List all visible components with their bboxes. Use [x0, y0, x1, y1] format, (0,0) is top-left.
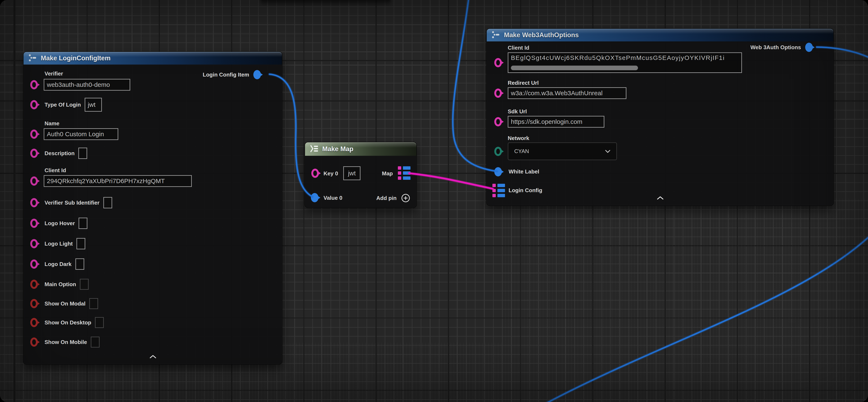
field-row-main-option: Main Option — [24, 279, 282, 290]
input-pin-redirect-url[interactable] — [494, 88, 502, 98]
field-label-logo-dark: Logo Dark — [44, 261, 72, 267]
field-label-login-config: Login Config — [508, 187, 542, 194]
field-label-sdk-url: Sdk Url — [508, 108, 527, 115]
horizontal-scrollbar[interactable] — [511, 66, 638, 70]
value-0-label: Value 0 — [323, 195, 342, 201]
field-row-description: Description — [24, 148, 282, 159]
output-pin-login-config-item[interactable] — [253, 70, 261, 79]
offscreen-node-shadow — [260, 0, 391, 6]
chevron-down-icon — [605, 149, 611, 153]
text-input-logo-dark[interactable] — [75, 258, 84, 270]
text-input-logo-light[interactable] — [76, 238, 85, 249]
field-label-description: Description — [44, 150, 74, 156]
collapse-node-button[interactable] — [657, 196, 663, 201]
node-make-web3auth-options[interactable]: Make Web3AuthOptions Web 3Auth Options C… — [486, 28, 834, 206]
input-pin-verifier[interactable] — [30, 80, 38, 89]
field-row-show-on-desktop: Show On Desktop — [24, 317, 282, 328]
input-pin-key-0[interactable] — [311, 169, 319, 178]
field-row-logo-light: Logo Light — [24, 238, 282, 249]
output-login-config-item: Login Config Item — [203, 69, 261, 80]
field-label-show-on-modal: Show On Modal — [44, 300, 86, 307]
output-pin-label: Web 3Auth Options — [750, 44, 801, 51]
input-pin-client-id[interactable] — [30, 176, 38, 185]
collapse-node-button[interactable] — [150, 355, 156, 359]
field-row-verifier-sub-identifier: Verifier Sub Identifier — [24, 197, 282, 208]
text-input-name[interactable]: Auth0 Custom Login — [44, 128, 118, 140]
field-label-show-on-desktop: Show On Desktop — [44, 319, 91, 326]
text-input-description[interactable] — [79, 148, 87, 159]
dropdown-value: CYAN — [514, 148, 529, 154]
node-header[interactable]: Make Map — [305, 142, 416, 156]
add-pin-plus-icon — [401, 193, 410, 203]
node-title: Make LoginConfigItem — [41, 54, 111, 62]
field-label-redirect-url: Redirect Url — [508, 80, 538, 86]
text-input-logo-hover[interactable] — [79, 218, 87, 229]
field-label-white-label: White Label — [508, 168, 539, 175]
output-pin-label: Login Config Item — [203, 71, 249, 78]
input-pin-network[interactable] — [494, 147, 502, 156]
input-pin-value-0[interactable] — [311, 193, 318, 202]
checkbox-show-on-desktop[interactable] — [95, 317, 104, 328]
input-pin-name[interactable] — [30, 130, 38, 139]
field-row-show-on-mobile: Show On Mobile — [24, 337, 282, 348]
key-0-input[interactable]: jwt — [343, 166, 361, 180]
make-container-icon — [310, 144, 319, 154]
field-label-verifier: Verifier — [44, 70, 63, 77]
output-pin-map[interactable] — [398, 166, 410, 180]
node-make-login-config-item[interactable]: Make LoginConfigItem Login Config Item V… — [23, 52, 282, 365]
input-pin-sdk-url[interactable] — [494, 117, 502, 126]
checkbox-main-option[interactable] — [80, 279, 89, 290]
texture-stripes — [502, 199, 868, 402]
checkbox-show-on-mobile[interactable] — [91, 337, 100, 348]
make-struct-icon — [28, 54, 37, 63]
text-input-verifier[interactable]: web3auth-auth0-demo — [44, 79, 130, 91]
checkbox-show-on-modal[interactable] — [89, 298, 98, 309]
output-web3auth-options: Web 3Auth Options — [750, 42, 813, 52]
node-title: Make Web3AuthOptions — [504, 31, 579, 39]
field-row-logo-dark: Logo Dark — [24, 258, 282, 270]
field-label-verifier-sub-identifier: Verifier Sub Identifier — [44, 200, 100, 206]
input-pin-login-config[interactable] — [492, 184, 505, 197]
node-make-map[interactable]: Make Map Key 0 jwt Map Value 0 Add pin — [305, 142, 417, 208]
chevron-up-icon — [657, 197, 663, 199]
dropdown-network[interactable]: CYAN — [508, 142, 617, 160]
field-label-client-id: Client Id — [508, 45, 529, 51]
node-header[interactable]: Make LoginConfigItem — [24, 52, 282, 64]
input-pin-client-id[interactable] — [494, 58, 502, 67]
node-header[interactable]: Make Web3AuthOptions — [487, 29, 833, 41]
text-input-type-of-login[interactable]: jwt — [85, 98, 102, 112]
field-label-client-id: Client Id — [44, 167, 66, 174]
chevron-up-icon — [150, 355, 156, 358]
field-label-type-of-login: Type Of Login — [44, 102, 81, 108]
node-title: Make Map — [322, 145, 353, 153]
field-label-show-on-mobile: Show On Mobile — [44, 339, 87, 345]
text-input-client-id[interactable]: 294QRkchfq2YaXUbPri7D6PH7xzHgQMT — [44, 175, 192, 187]
field-row-logo-hover: Logo Hover — [24, 218, 282, 229]
text-input-sdk-url[interactable]: https://sdk.openlogin.com — [508, 116, 604, 127]
field-label-name: Name — [44, 120, 59, 127]
field-row-show-on-modal: Show On Modal — [24, 298, 282, 309]
make-struct-icon — [491, 30, 501, 40]
key-0-label: Key 0 — [323, 170, 338, 177]
text-input-client-id[interactable]: BEglQSgt4cUWcj6SKRdu5QkOXTsePmMcusG5EAoy… — [508, 52, 742, 73]
output-pin-web3auth-options[interactable] — [805, 43, 813, 52]
field-label-main-option: Main Option — [44, 281, 76, 288]
add-pin-button[interactable]: Add pin — [376, 193, 410, 203]
field-label-network: Network — [508, 135, 529, 142]
field-row-type-of-login: Type Of Loginjwt — [24, 98, 282, 112]
input-pin-white-label[interactable] — [494, 167, 502, 176]
map-output-label: Map — [382, 170, 393, 177]
field-label-logo-light: Logo Light — [44, 240, 73, 247]
blueprint-graph-canvas[interactable]: Make LoginConfigItem Login Config Item V… — [0, 0, 868, 402]
text-input-verifier-sub-identifier[interactable] — [103, 197, 112, 208]
field-label-logo-hover: Logo Hover — [44, 220, 75, 227]
text-input-redirect-url[interactable]: w3a://com.w3a.Web3AuthUnreal — [508, 87, 626, 99]
